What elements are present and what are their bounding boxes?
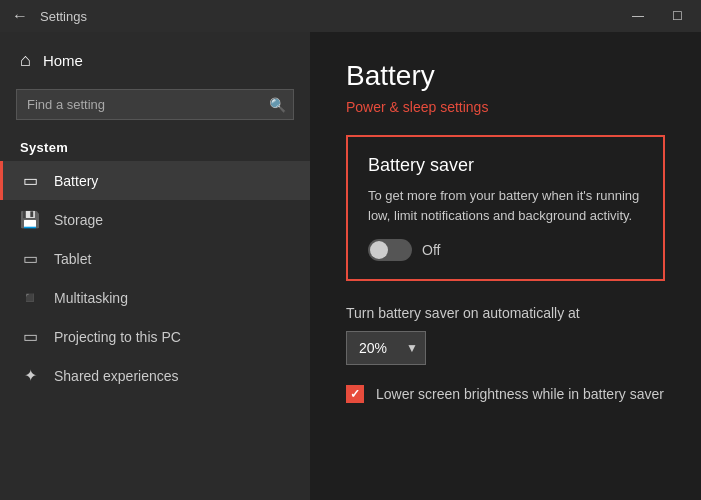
sidebar-item-multitasking[interactable]: ◾ Multitasking bbox=[0, 278, 310, 317]
sidebar-item-battery[interactable]: ▭ Battery bbox=[0, 161, 310, 200]
battery-saver-description: To get more from your battery when it's … bbox=[368, 186, 643, 225]
page-title: Battery bbox=[346, 60, 665, 92]
sidebar-item-projecting-label: Projecting to this PC bbox=[54, 329, 181, 345]
tablet-icon: ▭ bbox=[20, 249, 40, 268]
sidebar-item-storage[interactable]: 💾 Storage bbox=[0, 200, 310, 239]
toggle-row: Off bbox=[368, 239, 643, 261]
battery-saver-toggle[interactable] bbox=[368, 239, 412, 261]
sidebar-item-tablet-label: Tablet bbox=[54, 251, 91, 267]
brightness-checkbox-row: ✓ Lower screen brightness while in batte… bbox=[346, 385, 665, 403]
auto-percentage-dropdown[interactable]: 20% 5% 10% 15% 25% 30% bbox=[346, 331, 426, 365]
multitasking-icon: ◾ bbox=[20, 288, 40, 307]
battery-saver-title: Battery saver bbox=[368, 155, 643, 176]
titlebar-title: Settings bbox=[40, 9, 87, 24]
search-icon: 🔍 bbox=[269, 97, 286, 113]
power-sleep-link[interactable]: Power & sleep settings bbox=[346, 99, 488, 115]
projecting-icon: ▭ bbox=[20, 327, 40, 346]
sidebar-section-label: System bbox=[0, 128, 310, 161]
storage-icon: 💾 bbox=[20, 210, 40, 229]
back-button[interactable]: ← bbox=[12, 7, 28, 25]
sidebar-item-tablet[interactable]: ▭ Tablet bbox=[0, 239, 310, 278]
brightness-checkbox-label: Lower screen brightness while in battery… bbox=[376, 386, 664, 402]
sidebar: ⌂ Home 🔍 System ▭ Battery 💾 Storage ▭ Ta… bbox=[0, 32, 310, 500]
home-icon: ⌂ bbox=[20, 50, 31, 71]
minimize-button[interactable]: — bbox=[626, 7, 650, 25]
sidebar-item-shared[interactable]: ✦ Shared experiences bbox=[0, 356, 310, 395]
content-area: Battery Power & sleep settings Battery s… bbox=[310, 32, 701, 500]
search-box: 🔍 bbox=[16, 89, 294, 120]
main-layout: ⌂ Home 🔍 System ▭ Battery 💾 Storage ▭ Ta… bbox=[0, 32, 701, 500]
auto-label: Turn battery saver on automatically at bbox=[346, 305, 665, 321]
window-controls: — ☐ bbox=[626, 7, 689, 25]
sidebar-item-battery-label: Battery bbox=[54, 173, 98, 189]
auto-battery-section: Turn battery saver on automatically at 2… bbox=[346, 305, 665, 365]
toggle-label: Off bbox=[422, 242, 440, 258]
maximize-button[interactable]: ☐ bbox=[666, 7, 689, 25]
battery-icon: ▭ bbox=[20, 171, 40, 190]
sidebar-item-home[interactable]: ⌂ Home bbox=[0, 40, 310, 81]
auto-percentage-dropdown-wrap: 20% 5% 10% 15% 25% 30% ▼ bbox=[346, 331, 426, 365]
toggle-knob bbox=[370, 241, 388, 259]
home-label: Home bbox=[43, 52, 83, 69]
sidebar-item-multitasking-label: Multitasking bbox=[54, 290, 128, 306]
brightness-checkbox[interactable]: ✓ bbox=[346, 385, 364, 403]
battery-saver-card: Battery saver To get more from your batt… bbox=[346, 135, 665, 281]
titlebar: ← Settings — ☐ bbox=[0, 0, 701, 32]
sidebar-item-projecting[interactable]: ▭ Projecting to this PC bbox=[0, 317, 310, 356]
search-input[interactable] bbox=[16, 89, 294, 120]
checkbox-check-icon: ✓ bbox=[350, 387, 360, 401]
sidebar-item-shared-label: Shared experiences bbox=[54, 368, 179, 384]
shared-icon: ✦ bbox=[20, 366, 40, 385]
sidebar-item-storage-label: Storage bbox=[54, 212, 103, 228]
